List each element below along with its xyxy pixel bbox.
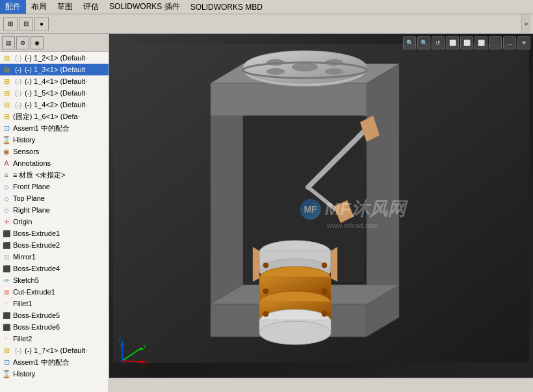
tree-item-sketch5[interactable]: ✏ Sketch5 — [0, 274, 109, 286]
rotate-btn[interactable]: ↺ — [432, 36, 445, 49]
plane-icon-right: ◇ — [1, 205, 12, 215]
model-svg — [113, 44, 529, 363]
tree-item-mirror1[interactable]: ⊟ Mirror1 — [0, 251, 109, 263]
plane-icon-front: ◇ — [1, 181, 12, 192]
svg-point-31 — [259, 321, 331, 345]
view-btn-5[interactable]: … — [503, 36, 516, 49]
fillet-icon-1: ◜ — [1, 298, 12, 309]
tree-label-fillet2: Fillet2 — [13, 335, 32, 343]
tree-label-7: Assem1 中的配合 — [13, 124, 70, 133]
panel-expand-btn[interactable]: » — [521, 14, 530, 33]
feature-icon-1: ⬛ — [1, 228, 12, 239]
origin-icon: ✛ — [1, 216, 12, 227]
menu-sw-plugin[interactable]: SOLIDWORKS 插件 — [104, 0, 185, 14]
tree-item-cut-extrude1[interactable]: ⊠ Cut-Extrude1 — [0, 286, 109, 298]
svg-point-34 — [263, 263, 268, 268]
assembly-icon-4: ⊞ — [1, 88, 12, 98]
toolbar-btn-2[interactable]: ⊟ — [19, 17, 33, 31]
tree-item-right-plane[interactable]: ◇ Right Plane — [0, 204, 109, 216]
tree-item-top-plane[interactable]: ◇ Top Plane — [0, 192, 109, 204]
view-btn-1[interactable]: ⬜ — [446, 36, 459, 49]
toolbar-btn-3[interactable]: ● — [34, 17, 49, 31]
tree-item-boss-extrude2[interactable]: ⬛ Boss-Extrude2 — [0, 239, 109, 251]
tree-item-1_2[interactable]: ⊞ (-) (-) 1_2<1> (Default· — [0, 52, 109, 64]
tree-label-sensors: Sensors — [13, 148, 39, 155]
tree-item-origin[interactable]: ✛ Origin — [0, 216, 109, 228]
tree-label: (-) 1_2<1> (Default· — [25, 54, 87, 62]
tree-toolbar-btn-3[interactable]: ◉ — [31, 36, 44, 49]
sketch-icon: ✏ — [1, 275, 12, 285]
tree-item-1_7[interactable]: ⊞ (-) (-) 1_7<1> (Default· — [0, 345, 109, 356]
feature-icon-6: ⬛ — [1, 322, 12, 332]
left-panel: ▤ ⚙ ◉ ⊞ (-) (-) 1_2<1> (Default· ⊞ (-) (… — [0, 34, 109, 392]
zoom-out-btn[interactable]: 🔍 — [417, 36, 430, 49]
tree-item-1_6[interactable]: ⊞ (固定) 1_6<1> (Defa· — [0, 111, 109, 122]
assembly-icon-3: ⊞ — [1, 76, 12, 86]
tree-item-front-plane[interactable]: ◇ Front Plane — [0, 181, 109, 192]
minus-icon-4: (-) — [13, 88, 23, 98]
tree-item-boss-extrude1[interactable]: ⬛ Boss-Extrude1 — [0, 228, 109, 239]
menu-peijian[interactable]: 配件 — [0, 0, 26, 14]
tree-item-material[interactable]: ≡ ≡ 材质 <未指定> — [0, 169, 109, 181]
tree-item-history-2[interactable]: ⌛ History — [0, 368, 109, 380]
feature-icon-2: ⬛ — [1, 240, 12, 250]
tree-label-4: (-) 1_5<1> (Default· — [25, 89, 87, 97]
tree-label-sketch: Sketch5 — [13, 276, 39, 284]
tree-toolbar-btn-1[interactable]: ▤ — [2, 36, 15, 49]
assembly-icon-6: ⊞ — [1, 111, 12, 122]
svg-marker-32 — [253, 247, 259, 281]
tree-label-3: (-) 1_4<1> (Default· — [25, 77, 87, 85]
menu-caotu[interactable]: 草图 — [52, 0, 78, 14]
tree-item-sensors[interactable]: ◉ Sensors — [0, 146, 109, 157]
tree-label-front-plane: Front Plane — [13, 183, 50, 190]
tree-item-mates[interactable]: ⊡ Assem1 中的配合 — [0, 122, 109, 134]
tree-label-1_7: (-) 1_7<1> (Default· — [25, 346, 87, 354]
menu-pinggu[interactable]: 评估 — [78, 0, 104, 14]
tree-item-1_4[interactable]: ⊞ (-) (-) 1_4<1> (Default· — [0, 75, 109, 87]
svg-text:Z: Z — [118, 336, 122, 342]
svg-point-36 — [263, 289, 268, 294]
tree-item-1_3[interactable]: ⊞ (-) (-) 1_3<1> (Default — [0, 64, 109, 75]
tree-item-boss-extrude5[interactable]: ⬛ Boss-Extrude5 — [0, 309, 109, 321]
toolbar: ⊞ ⊟ ● » — [0, 14, 533, 34]
view-btn-3[interactable]: ⬜ — [474, 36, 488, 49]
tree-label-history: History — [13, 136, 35, 144]
mates-icon: ⊡ — [1, 123, 12, 133]
tree-item-mates-2[interactable]: ⊡ Assem1 中的配合 — [0, 356, 109, 368]
svg-point-14 — [266, 68, 285, 75]
tree-label-mirror: Mirror1 — [13, 253, 36, 261]
menu-sw-mbd[interactable]: SOLIDWORKS MBD — [185, 1, 268, 13]
tree-item-fillet1[interactable]: ◜ Fillet1 — [0, 298, 109, 309]
tree-item-annotations[interactable]: A Annotations — [0, 157, 109, 169]
viewport-background: 🔍 🔍 ↺ ⬜ ⬜ ⬜ ⬛ … ☀ — [109, 34, 533, 392]
toolbar-btn-1[interactable]: ⊞ — [3, 17, 18, 31]
svg-marker-44 — [142, 360, 145, 364]
view-btn-2[interactable]: ⬜ — [460, 36, 473, 49]
tree-item-1_4_2[interactable]: ⊞ (-) (-) 1_4<2> (Default· — [0, 99, 109, 111]
sensors-icon: ◉ — [1, 146, 12, 157]
assembly-icon-5: ⊞ — [1, 99, 12, 110]
top-menu-bar: 配件 布局 草图 评估 SOLIDWORKS 插件 SOLIDWORKS MBD — [0, 0, 533, 14]
tree-item-1_5[interactable]: ⊞ (-) (-) 1_5<1> (Default· — [0, 87, 109, 99]
tree-item-boss-extrude6[interactable]: ⬛ Boss-Extrude6 — [0, 321, 109, 333]
annotations-icon: A — [1, 158, 12, 168]
history-icon: ⌛ — [1, 135, 12, 145]
tree-label-history-2: History — [13, 370, 35, 378]
svg-point-38 — [263, 311, 268, 317]
tree-item-boss-extrude4[interactable]: ⬛ Boss-Extrude4 — [0, 263, 109, 274]
view-btn-4[interactable]: ⬛ — [489, 36, 502, 49]
assembly-icon-7: ⊞ — [1, 345, 12, 356]
svg-point-37 — [322, 289, 327, 294]
zoom-in-btn[interactable]: 🔍 — [403, 36, 416, 49]
viewport[interactable]: 🔍 🔍 ↺ ⬜ ⬜ ⬜ ⬛ … ☀ — [109, 34, 533, 392]
tree-label-5: (-) 1_4<2> (Default· — [25, 101, 87, 109]
axis-indicator: Y X Z — [116, 335, 148, 369]
tree-label-annotations: Annotations — [13, 159, 51, 167]
lighting-btn[interactable]: ☀ — [517, 36, 530, 49]
menu-buju[interactable]: 布局 — [26, 0, 52, 14]
tree-toolbar-btn-2[interactable]: ⚙ — [16, 36, 29, 49]
feature-tree[interactable]: ⊞ (-) (-) 1_2<1> (Default· ⊞ (-) (-) 1_3… — [0, 52, 109, 392]
tree-item-fillet2[interactable]: ◜ Fillet2 — [0, 333, 109, 345]
tree-item-history[interactable]: ⌛ History — [0, 134, 109, 146]
tree-label-boss4: Boss-Extrude4 — [13, 265, 60, 272]
